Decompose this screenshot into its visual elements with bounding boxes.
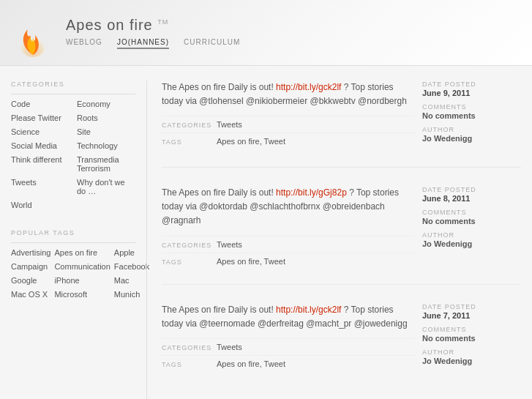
category-why-dont-we[interactable]: Why don't we do … (77, 176, 135, 197)
post-3-tags-value: Apes on fire, Tweet (217, 359, 285, 368)
tags-grid: Advertising Apes on fire Apple Campaign … (11, 242, 135, 300)
category-technology[interactable]: Technology (77, 140, 135, 152)
category-think-different[interactable]: Think different (11, 154, 70, 174)
category-code[interactable]: Code (11, 98, 70, 110)
post-2-categories-row: CATEGORIES Tweets (162, 236, 415, 249)
tag-facebook[interactable]: Facebook (114, 261, 149, 272)
nav-item-johanmes[interactable]: JO(HANNES) (117, 38, 169, 49)
post-1-text: The Apes on fire Daily is out! http://bi… (162, 81, 415, 108)
post-1-author-value: Jo Wedenigg (422, 134, 472, 143)
post-1-categories-row: CATEGORIES Tweets (162, 116, 415, 129)
post-2-author-value: Jo Wedenigg (422, 239, 472, 248)
main-nav: WEBLOG JO(HANNES) CURRICULUM (66, 38, 255, 49)
post-3-tags-row: TAGS Apes on fire, Tweet (162, 355, 415, 368)
tag-advertising[interactable]: Advertising (11, 247, 50, 258)
tag-munich[interactable]: Munich (114, 288, 149, 300)
post-3-tags-label: TAGS (162, 361, 217, 368)
post-3-sidebar: DATE POSTED June 7, 2011 COMMENTS No com… (422, 303, 521, 371)
category-site[interactable]: Site (77, 126, 135, 138)
post-3-categories-row: CATEGORIES Tweets (162, 338, 415, 351)
content-area: The Apes on fire Daily is out! http://bi… (146, 81, 521, 399)
post-2-categories-value: Tweets (217, 240, 242, 249)
post-1-tags-label: TAGS (162, 138, 217, 146)
post-3-date-item: DATE POSTED June 7, 2011 (422, 303, 521, 320)
site-title-text: Apes on fire (66, 17, 153, 33)
post-1-comments-label: COMMENTS (422, 103, 521, 111)
sidebar: CATEGORIES Code Economy Please Twitter R… (11, 81, 146, 399)
post-3: The Apes on fire Daily is out! http://bi… (162, 303, 521, 389)
post-2-tags-label: TAGS (162, 258, 217, 266)
post-1-link[interactable]: http://bit.ly/gck2lf (276, 82, 341, 92)
tag-google[interactable]: Google (11, 275, 50, 286)
post-2-tags-value: Apes on fire, Tweet (217, 257, 285, 266)
category-transmedia-terrorism[interactable]: Transmedia Terrorism (77, 154, 135, 174)
post-3-comments-item: COMMENTS No comments (422, 326, 521, 343)
post-3-comments-value: No comments (422, 334, 476, 343)
site-logo-icon (15, 7, 51, 59)
tag-apes-on-fire[interactable]: Apes on fire (54, 247, 110, 258)
post-2-body: The Apes on fire Daily is out! http://bi… (162, 186, 415, 266)
post-3-date-value: June 7, 2011 (422, 311, 470, 320)
post-1-date-item: DATE POSTED June 9, 2011 (422, 81, 521, 97)
post-2-sidebar: DATE POSTED June 8, 2011 COMMENTS No com… (422, 186, 521, 266)
post-1-comments-value: No comments (422, 111, 476, 120)
categories-grid: Code Economy Please Twitter Roots Scienc… (11, 94, 135, 211)
post-2-comments-label: COMMENTS (422, 209, 521, 216)
post-2-tags-row: TAGS Apes on fire, Tweet (162, 253, 415, 266)
nav-item-curriculum[interactable]: CURRICULUM (184, 38, 240, 49)
tag-apple[interactable]: Apple (114, 247, 149, 258)
post-1-tags-value: Apes on fire, Tweet (217, 137, 285, 146)
post-1-author-item: AUTHOR Jo Wedenigg (422, 126, 521, 143)
post-2-text-before: The Apes on fire Daily is out! (162, 187, 276, 198)
post-3-layout: The Apes on fire Daily is out! http://bi… (162, 303, 521, 371)
header: Apes on fire TM WEBLOG JO(HANNES) CURRIC… (0, 0, 532, 66)
site-title: Apes on fire TM (66, 17, 255, 34)
post-1-tags-row: TAGS Apes on fire, Tweet (162, 133, 415, 146)
post-1-author-label: AUTHOR (422, 126, 521, 133)
post-2-author-label: AUTHOR (422, 231, 521, 239)
post-3-comments-label: COMMENTS (422, 326, 521, 333)
post-1-categories-label: CATEGORIES (162, 122, 217, 129)
post-1-comments-item: COMMENTS No comments (422, 103, 521, 120)
post-1-date-value: June 9, 2011 (422, 89, 470, 97)
category-please-twitter[interactable]: Please Twitter (11, 112, 70, 124)
post-3-categories-value: Tweets (217, 343, 242, 351)
post-2-comments-value: No comments (422, 217, 476, 225)
category-economy[interactable]: Economy (77, 98, 135, 110)
category-social-media[interactable]: Social Media (11, 140, 70, 152)
main-container: CATEGORIES Code Economy Please Twitter R… (0, 66, 532, 399)
category-roots[interactable]: Roots (77, 112, 135, 124)
header-title-area: Apes on fire TM WEBLOG JO(HANNES) CURRIC… (66, 17, 255, 49)
post-2-date-label: DATE POSTED (422, 186, 521, 193)
post-3-link[interactable]: http://bit.ly/gck2lf (276, 305, 341, 315)
post-2-text: The Apes on fire Daily is out! http://bi… (162, 186, 415, 228)
popular-tags-label: POPULAR TAGS (11, 229, 135, 236)
post-1-date-label: DATE POSTED (422, 81, 521, 88)
post-2-comments-item: COMMENTS No comments (422, 209, 521, 225)
nav-item-weblog[interactable]: WEBLOG (66, 38, 102, 49)
category-science[interactable]: Science (11, 126, 70, 138)
tag-mac-os-x[interactable]: Mac OS X (11, 288, 50, 300)
post-3-author-item: AUTHOR Jo Wedenigg (422, 348, 521, 365)
post-2-date-item: DATE POSTED June 8, 2011 (422, 186, 521, 203)
tag-campaign[interactable]: Campaign (11, 261, 50, 272)
post-2-date-value: June 8, 2011 (422, 194, 470, 203)
tag-mac[interactable]: Mac (114, 275, 149, 286)
post-3-body: The Apes on fire Daily is out! http://bi… (162, 303, 415, 371)
post-1-sidebar: DATE POSTED June 9, 2011 COMMENTS No com… (422, 81, 521, 149)
post-3-author-label: AUTHOR (422, 348, 521, 356)
post-3-text: The Apes on fire Daily is out! http://bi… (162, 303, 415, 331)
post-2-link[interactable]: http://bit.ly/gGj82p (276, 187, 347, 198)
post-3-categories-label: CATEGORIES (162, 344, 217, 351)
category-world[interactable]: World (11, 199, 70, 211)
post-3-date-label: DATE POSTED (422, 303, 521, 310)
tag-microsoft[interactable]: Microsoft (54, 288, 110, 300)
post-2: The Apes on fire Daily is out! http://bi… (162, 186, 521, 285)
post-3-text-before: The Apes on fire Daily is out! (162, 305, 276, 315)
tag-communication[interactable]: Communication (54, 261, 110, 272)
post-1-text-before: The Apes on fire Daily is out! (162, 82, 276, 92)
tag-iphone[interactable]: iPhone (54, 275, 110, 286)
post-1-categories-value: Tweets (217, 120, 242, 129)
post-1: The Apes on fire Daily is out! http://bi… (162, 81, 521, 168)
category-tweets[interactable]: Tweets (11, 176, 70, 197)
